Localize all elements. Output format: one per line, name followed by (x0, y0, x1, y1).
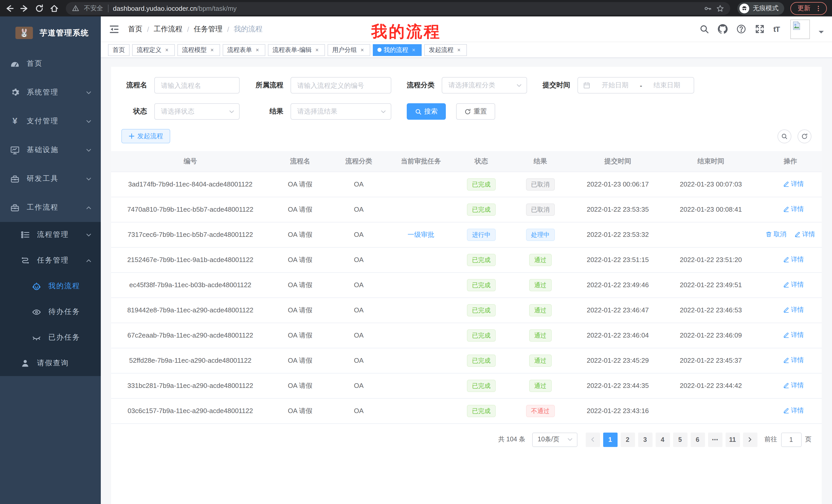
cell-category: OA (331, 348, 387, 373)
close-icon[interactable]: × (163, 47, 170, 53)
tab-process-form-edit[interactable]: 流程表单-编辑× (268, 44, 325, 56)
page-button[interactable]: 11 (725, 432, 740, 447)
back-icon[interactable] (5, 4, 14, 12)
sidebar-item-system[interactable]: 系统管理 (0, 78, 101, 107)
start-process-button[interactable]: 发起流程 (121, 129, 170, 143)
breadcrumb-task-mgmt[interactable]: 任务管理 (194, 24, 223, 34)
page-button[interactable]: 1 (603, 432, 617, 447)
sidebar-item-devtools[interactable]: 研发工具 (0, 164, 101, 193)
date-range-picker[interactable]: 开始日期 - 结束日期 (577, 77, 694, 93)
breadcrumb-home[interactable]: 首页 (128, 24, 142, 34)
sidebar-item-home[interactable]: 首页 (0, 49, 101, 78)
cell-name: OA 请假 (269, 197, 331, 222)
close-icon[interactable]: × (254, 47, 261, 53)
avatar[interactable] (790, 19, 810, 39)
close-icon[interactable]: × (410, 47, 417, 53)
tab-user-group[interactable]: 用户分组× (328, 44, 370, 56)
detail-link[interactable]: 详情 (783, 255, 804, 264)
table-row: 7470a810-7b9b-11ec-b5b7-acde48001122 OA … (111, 197, 822, 222)
process-name-input[interactable] (154, 77, 240, 93)
forward-icon[interactable] (20, 4, 29, 12)
detail-link[interactable]: 详情 (783, 306, 804, 314)
detail-link[interactable]: 详情 (783, 180, 804, 189)
detail-link[interactable]: 详情 (783, 205, 804, 214)
end-date[interactable]: 结束日期 (645, 81, 688, 90)
prev-page-button[interactable] (586, 432, 600, 447)
search-icon[interactable] (699, 24, 709, 34)
search-button[interactable]: 搜索 (407, 103, 446, 120)
detail-link[interactable]: 详情 (795, 230, 815, 239)
page-button[interactable]: 5 (673, 432, 687, 447)
security-label[interactable]: 不安全 (84, 4, 103, 12)
status-label: 状态 (123, 107, 147, 116)
address-bar[interactable]: 不安全 dashboard.yudao.iocoder.cn/bpm/task/… (66, 2, 730, 15)
column-header: 提交时间 (573, 151, 662, 172)
reload-icon[interactable] (35, 4, 44, 12)
sidebar-item-leave-query[interactable]: 请假查询 (0, 351, 101, 376)
current-task-link[interactable]: 一级审批 (408, 230, 434, 238)
browser-update-button[interactable]: 更新 (790, 2, 827, 15)
tab-start-process[interactable]: 发起流程× (424, 44, 467, 56)
github-icon[interactable] (718, 24, 728, 34)
definition-label: 所属流程 (255, 81, 283, 90)
cancel-link[interactable]: 取消 (766, 230, 786, 239)
page-button[interactable]: 3 (638, 432, 652, 447)
sidebar-item-payment[interactable]: ¥ 支付管理 (0, 107, 101, 136)
cell-id: ec45f38f-7b9a-11ec-b03b-acde48001122 (111, 272, 269, 298)
start-date[interactable]: 开始日期 (593, 81, 637, 90)
goto-page-input[interactable] (781, 432, 801, 447)
next-page-button[interactable] (743, 432, 757, 447)
detail-link[interactable]: 详情 (783, 407, 804, 415)
sidebar-item-todo-tasks[interactable]: 待办任务 (0, 299, 101, 325)
sidebar-item-workflow[interactable]: 工作流程 (0, 193, 101, 222)
sidebar-item-task-mgmt[interactable]: 任务管理 (0, 248, 101, 273)
sidebar-item-my-process[interactable]: 我的流程 (0, 273, 101, 299)
sidebar-collapse-icon[interactable] (109, 24, 119, 34)
update-label[interactable]: 更新 (798, 4, 810, 12)
sidebar-item-infra[interactable]: 基础设施 (0, 136, 101, 164)
status-select[interactable]: 请选择状态 (154, 103, 240, 120)
sidebar-item-process-mgmt[interactable]: 流程管理 (0, 222, 101, 248)
tab-process-form[interactable]: 流程表单× (223, 44, 265, 56)
close-icon[interactable]: × (359, 47, 366, 53)
page-button[interactable]: 2 (620, 432, 635, 447)
user-menu-caret-icon[interactable] (818, 31, 824, 36)
cell-category: OA (331, 222, 387, 247)
reset-button[interactable]: 重置 (456, 103, 495, 120)
close-icon[interactable]: × (456, 47, 462, 53)
tab-process-definition[interactable]: 流程定义× (132, 44, 175, 56)
close-icon[interactable]: × (314, 47, 320, 53)
page-button[interactable]: 6 (690, 432, 705, 447)
detail-link[interactable]: 详情 (783, 281, 804, 289)
category-select[interactable]: 请选择流程分类 (442, 77, 527, 93)
close-icon[interactable]: × (209, 47, 215, 53)
edit-icon (795, 231, 801, 237)
result-select[interactable]: 请选择流结果 (290, 103, 391, 120)
tab-process-model[interactable]: 流程模型× (177, 44, 220, 56)
detail-link[interactable]: 详情 (783, 356, 804, 365)
help-icon[interactable] (736, 24, 746, 34)
process-definition-input[interactable] (290, 77, 391, 93)
sidebar-item-done-tasks[interactable]: 已办任务 (0, 325, 101, 351)
result-badge: 不通过 (526, 404, 554, 417)
page-button[interactable]: 4 (655, 432, 670, 447)
show-search-button[interactable] (778, 129, 791, 143)
page-size-select[interactable]: 10条/页 (532, 432, 577, 447)
app-logo[interactable]: 🐰 芋道管理系统 (0, 17, 101, 49)
password-key-icon[interactable] (704, 4, 712, 12)
bookmark-star-icon[interactable] (716, 4, 724, 12)
browser-menu-icon[interactable] (815, 5, 822, 11)
page-button[interactable]: ⋯ (708, 432, 722, 447)
font-size-icon[interactable]: tT (773, 25, 780, 33)
tab-my-process[interactable]: 我的流程× (373, 44, 422, 56)
home-icon[interactable] (50, 4, 59, 12)
refresh-table-button[interactable] (798, 129, 811, 143)
chevron-up-icon (86, 258, 92, 263)
detail-link[interactable]: 详情 (783, 381, 804, 390)
detail-link[interactable]: 详情 (783, 331, 804, 340)
tab-home[interactable]: 首页 (108, 44, 130, 56)
column-header: 操作 (759, 151, 822, 172)
url-text[interactable]: dashboard.yudao.iocoder.cn/bpm/task/my (113, 4, 237, 12)
fullscreen-icon[interactable] (755, 24, 765, 34)
breadcrumb-workflow[interactable]: 工作流程 (154, 24, 183, 34)
